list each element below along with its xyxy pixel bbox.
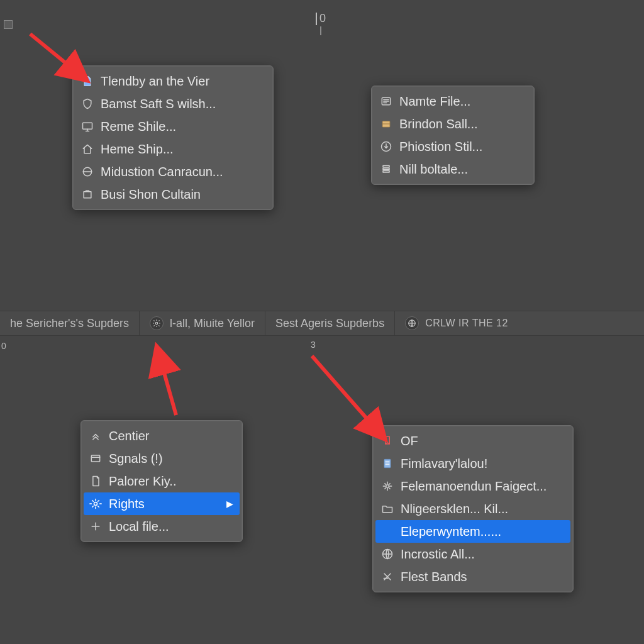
status-toolbar: he Sericher's's Supders l-all, Miuite Ye… — [0, 311, 644, 336]
menu1-item-1[interactable]: Bamst Saft S wilsh... — [75, 92, 270, 115]
context-menu-top-right[interactable]: Namte File...Brindon Sall...Phiostion St… — [371, 86, 535, 185]
menu1-item-4[interactable]: Midustion Canracun... — [75, 160, 270, 183]
toolbar-segment-3[interactable]: CRLW IR THE 12 — [395, 311, 518, 335]
menu4-item-6-label: Flest Bands — [401, 568, 564, 586]
menu3-item-1-label: Sgnals (!) — [109, 450, 233, 467]
drawer-icon — [379, 117, 393, 131]
menu1-item-0[interactable]: Tlendby an the Vier — [75, 70, 270, 92]
svg-rect-8 — [383, 171, 389, 173]
svg-rect-11 — [91, 455, 99, 462]
menu3-item-4-label: Local file... — [109, 518, 233, 535]
shield-icon — [80, 97, 94, 111]
menu4-item-0[interactable]: OF — [375, 430, 570, 452]
menu3-item-2-label: Palorer Kiy.. — [109, 472, 233, 490]
globe-icon — [405, 316, 419, 330]
menu3-item-3-label: Rights — [109, 495, 216, 513]
menu1-item-5-label: Busi Shon Cultain — [101, 186, 264, 203]
menu4-item-1-label: Fimlavary'lalou! — [401, 455, 564, 472]
toolbar-segment-3-label: CRLW IR THE 12 — [425, 318, 508, 329]
strike-icon — [380, 570, 394, 584]
page-top-cursor: 0 — [316, 13, 326, 35]
menu2-item-3[interactable]: Nill boltale... — [374, 158, 531, 180]
list-icon — [379, 94, 393, 108]
menu1-item-2-label: Reme Shile... — [101, 118, 264, 135]
menu1-item-5[interactable]: Busi Shon Cultain — [75, 183, 270, 206]
page-icon — [89, 474, 103, 488]
bookmark-icon — [380, 434, 394, 448]
svg-rect-2 — [84, 192, 91, 198]
menu4-item-5-label: Incrostic All... — [401, 545, 564, 563]
menu2-item-0[interactable]: Namte File... — [374, 90, 531, 113]
home-icon — [80, 142, 94, 156]
panel-icon — [89, 452, 103, 465]
menu4-item-5[interactable]: Incrostic All... — [375, 543, 570, 565]
menu2-item-0-label: Namte File... — [399, 92, 525, 110]
menu1-item-1-label: Bamst Saft S wilsh... — [101, 95, 264, 113]
sparkle-icon — [380, 479, 394, 493]
menu3-item-2[interactable]: Palorer Kiy.. — [84, 470, 240, 492]
sheet-icon — [380, 457, 394, 470]
menu3-item-0-label: Centier — [109, 427, 233, 445]
menu4-item-3-label: Nligeersklen... Kil... — [401, 500, 564, 518]
menu4-item-6[interactable]: Flest Bands — [375, 565, 570, 588]
toolbar-segment-0[interactable]: he Sericher's's Supders — [0, 311, 140, 335]
menu2-item-1[interactable]: Brindon Sall... — [374, 113, 531, 135]
globe-icon — [380, 547, 394, 561]
menu1-item-3-label: Heme Ship... — [101, 140, 264, 158]
svg-line-18 — [312, 356, 384, 438]
menu4-item-0-label: OF — [401, 432, 564, 450]
stack-icon — [379, 162, 393, 176]
menu4-item-2[interactable]: Felemanoendun Faigect... — [375, 475, 570, 497]
blank-icon — [380, 525, 394, 538]
svg-point-12 — [94, 502, 97, 506]
chevrons-up-icon — [89, 429, 103, 443]
display-icon — [80, 119, 94, 133]
folder-icon — [380, 502, 394, 516]
menu2-item-2-label: Phiostion Stil... — [399, 138, 525, 155]
menu3-item-3[interactable]: Rights▶ — [84, 492, 240, 515]
svg-rect-0 — [83, 123, 92, 129]
menu2-item-3-label: Nill boltale... — [399, 160, 525, 178]
target-icon — [80, 165, 94, 179]
menu1-item-3[interactable]: Heme Ship... — [75, 138, 270, 160]
menu3-item-0[interactable]: Centier — [84, 425, 240, 447]
menu4-item-4-label: Eleperwyntem...... — [401, 523, 564, 540]
annotation-arrow-2 — [132, 340, 201, 428]
page-marker-bottom-left: 0 — [1, 341, 6, 351]
file-solid-icon — [80, 74, 94, 88]
svg-line-17 — [157, 348, 176, 415]
svg-rect-14 — [384, 459, 391, 467]
download-icon — [379, 140, 393, 153]
context-menu-bottom-left[interactable]: CentierSgnals (!)Palorer Kiy..Rights▶Loc… — [80, 420, 243, 542]
context-menu-top-left[interactable]: Tlendby an the VierBamst Saft S wilsh...… — [72, 65, 274, 210]
context-menu-bottom-right[interactable]: OFFimlavary'lalou!Felemanoendun Faigect.… — [372, 425, 574, 592]
corner-marker-top-left — [4, 20, 13, 29]
submenu-arrow-icon: ▶ — [226, 495, 233, 513]
page-marker-bottom-center: 3 — [311, 340, 316, 350]
menu1-item-4-label: Midustion Canracun... — [101, 163, 264, 180]
menu2-item-2[interactable]: Phiostion Stil... — [374, 135, 531, 158]
menu4-item-2-label: Felemanoendun Faigect... — [401, 477, 564, 495]
menu2-item-1-label: Brindon Sall... — [399, 115, 525, 133]
box-icon — [80, 187, 94, 201]
menu3-item-4[interactable]: Local file... — [84, 515, 240, 538]
toolbar-segment-1[interactable]: l-all, Miuite Yellor — [140, 311, 265, 335]
gear-icon — [89, 497, 103, 511]
plus-icon — [89, 519, 103, 533]
menu4-item-1[interactable]: Fimlavary'lalou! — [375, 452, 570, 475]
toolbar-segment-2-label: Sest Ageris Supderbs — [275, 317, 384, 330]
toolbar-segment-2[interactable]: Sest Ageris Supderbs — [265, 311, 395, 335]
menu4-item-3[interactable]: Nligeersklen... Kil... — [375, 497, 570, 520]
svg-rect-7 — [383, 168, 389, 170]
page-top-zero: 0 — [319, 13, 326, 24]
svg-point-9 — [155, 322, 158, 325]
menu1-item-2[interactable]: Reme Shile... — [75, 115, 270, 138]
menu3-item-1[interactable]: Sgnals (!) — [84, 447, 240, 470]
menu1-item-0-label: Tlendby an the Vier — [101, 72, 264, 90]
toolbar-segment-1-label: l-all, Miuite Yellor — [170, 317, 255, 330]
menu4-item-4[interactable]: Eleperwyntem...... — [375, 520, 570, 543]
toolbar-segment-0-label: he Sericher's's Supders — [10, 317, 129, 330]
svg-rect-6 — [383, 165, 389, 167]
gear-icon — [150, 316, 164, 330]
